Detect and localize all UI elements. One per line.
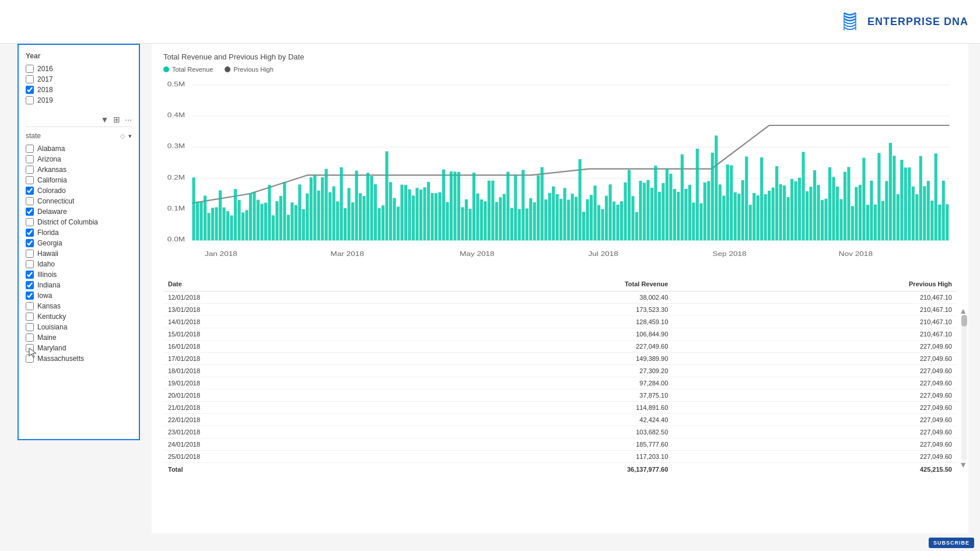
svg-text:0.1M: 0.1M <box>167 205 185 212</box>
svg-rect-146 <box>692 202 695 240</box>
svg-rect-68 <box>397 206 400 240</box>
state-idaho-row[interactable]: Idaho <box>26 259 132 269</box>
svg-rect-83 <box>453 171 456 240</box>
cell-revenue-3: 106,844.90 <box>387 328 673 341</box>
state-kentucky-row[interactable]: Kentucky <box>26 311 132 322</box>
svg-rect-141 <box>673 189 676 240</box>
state-alabama-checkbox[interactable] <box>26 145 34 153</box>
year-2016-row[interactable]: 2016 <box>26 64 132 74</box>
svg-rect-99 <box>514 175 517 240</box>
state-controls: ◇ ▾ <box>120 132 132 140</box>
state-louisiana-checkbox[interactable] <box>26 323 34 331</box>
state-illinois-row[interactable]: Illinois <box>26 269 132 280</box>
state-georgia-row[interactable]: Georgia <box>26 238 132 248</box>
state-connecticut-row[interactable]: Connecticut <box>26 196 132 206</box>
state-indiana-checkbox[interactable] <box>26 281 34 289</box>
state-louisiana-label: Louisiana <box>37 323 67 331</box>
state-dropdown-icon[interactable]: ▾ <box>128 132 132 140</box>
state-alabama-row[interactable]: Alabama <box>26 143 132 154</box>
svg-rect-114 <box>571 194 574 240</box>
svg-rect-200 <box>897 194 900 240</box>
svg-rect-40 <box>290 202 293 240</box>
state-indiana-row[interactable]: Indiana <box>26 280 132 290</box>
state-kansas-checkbox[interactable] <box>26 302 34 310</box>
state-louisiana-row[interactable]: Louisiana <box>26 322 132 332</box>
cell-prev_high-10: 227,049.60 <box>673 414 957 426</box>
state-massachusetts-checkbox[interactable] <box>26 355 34 363</box>
year-2016-checkbox[interactable] <box>26 65 34 73</box>
state-idaho-checkbox[interactable] <box>26 260 34 268</box>
svg-text:Jul 2018: Jul 2018 <box>588 250 618 258</box>
svg-rect-189 <box>855 187 858 241</box>
svg-rect-86 <box>465 199 468 240</box>
table-scrollbar[interactable]: ▲ ▼ <box>961 315 967 461</box>
state-iowa-checkbox[interactable] <box>26 292 34 300</box>
svg-rect-42 <box>298 184 301 240</box>
state-kentucky-checkbox[interactable] <box>26 313 34 321</box>
svg-rect-124 <box>608 184 611 240</box>
state-california-checkbox[interactable] <box>26 176 34 184</box>
state-delaware-checkbox[interactable] <box>26 208 34 216</box>
state-maryland-checkbox[interactable] <box>26 344 34 352</box>
cell-prev_high-13: 227,049.60 <box>673 451 957 463</box>
state-hawaii-checkbox[interactable] <box>26 250 34 258</box>
svg-rect-102 <box>526 208 528 240</box>
svg-rect-105 <box>537 176 540 241</box>
state-connecticut-checkbox[interactable] <box>26 197 34 205</box>
state-filter-header: state ◇ ▾ <box>26 132 132 140</box>
year-2018-checkbox[interactable] <box>26 86 34 94</box>
svg-rect-30 <box>253 192 256 240</box>
state-maine-checkbox[interactable] <box>26 334 34 342</box>
state-georgia-checkbox[interactable] <box>26 239 34 247</box>
layout-icon[interactable]: ⊞ <box>113 115 120 124</box>
year-2018-row[interactable]: 2018 <box>26 85 132 95</box>
svg-rect-66 <box>389 182 392 240</box>
scroll-down-icon[interactable]: ▼ <box>959 460 967 469</box>
svg-text:Mar 2018: Mar 2018 <box>331 250 364 258</box>
state-delaware-row[interactable]: Delaware <box>26 206 132 217</box>
svg-rect-29 <box>249 193 252 240</box>
subscribe-button[interactable]: SUBSCRIBE <box>929 538 974 548</box>
svg-rect-72 <box>412 195 415 240</box>
state-florida-row[interactable]: Florida <box>26 227 132 238</box>
svg-rect-98 <box>510 208 513 241</box>
state-florida-checkbox[interactable] <box>26 229 34 237</box>
state-arizona-checkbox[interactable] <box>26 155 34 163</box>
state-maine-row[interactable]: Maine <box>26 332 132 343</box>
state-district-of-columbia-row[interactable]: District of Columbia <box>26 217 132 227</box>
state-massachusetts-row[interactable]: Massachusetts <box>26 353 132 364</box>
legend-prev-high-dot <box>225 66 230 72</box>
state-connecticut-label: Connecticut <box>37 197 74 205</box>
scroll-up-icon[interactable]: ▲ <box>959 306 967 315</box>
state-clear-icon[interactable]: ◇ <box>120 132 125 140</box>
state-maryland-row[interactable]: Maryland <box>26 343 132 353</box>
svg-rect-193 <box>870 181 873 241</box>
state-california-row[interactable]: California <box>26 175 132 185</box>
state-district-of-columbia-checkbox[interactable] <box>26 218 34 226</box>
state-kansas-row[interactable]: Kansas <box>26 301 132 311</box>
year-2017-checkbox[interactable] <box>26 75 34 83</box>
state-arkansas-row[interactable]: Arkansas <box>26 164 132 175</box>
svg-text:Nov 2018: Nov 2018 <box>839 250 873 258</box>
state-colorado-row[interactable]: Colorado <box>26 185 132 196</box>
svg-text:Sep 2018: Sep 2018 <box>712 250 746 258</box>
year-2018-label: 2018 <box>37 86 53 94</box>
state-iowa-row[interactable]: Iowa <box>26 290 132 301</box>
year-2019-row[interactable]: 2019 <box>26 95 132 106</box>
state-illinois-checkbox[interactable] <box>26 271 34 279</box>
svg-rect-169 <box>779 184 782 240</box>
state-colorado-checkbox[interactable] <box>26 187 34 195</box>
year-2019-checkbox[interactable] <box>26 96 34 104</box>
svg-rect-64 <box>382 205 384 240</box>
state-arizona-row[interactable]: Arizona <box>26 154 132 164</box>
year-2017-row[interactable]: 2017 <box>26 74 132 85</box>
year-2017-label: 2017 <box>37 75 53 83</box>
total-revenue: 36,137,977.60 <box>387 463 673 476</box>
state-arkansas-checkbox[interactable] <box>26 166 34 174</box>
cell-revenue-2: 128,459.10 <box>387 316 673 328</box>
more-icon[interactable]: ··· <box>125 115 132 124</box>
filter-icon[interactable]: ▼ <box>100 115 108 124</box>
svg-rect-160 <box>745 156 748 240</box>
state-florida-label: Florida <box>37 229 59 237</box>
state-hawaii-row[interactable]: Hawaii <box>26 248 132 259</box>
